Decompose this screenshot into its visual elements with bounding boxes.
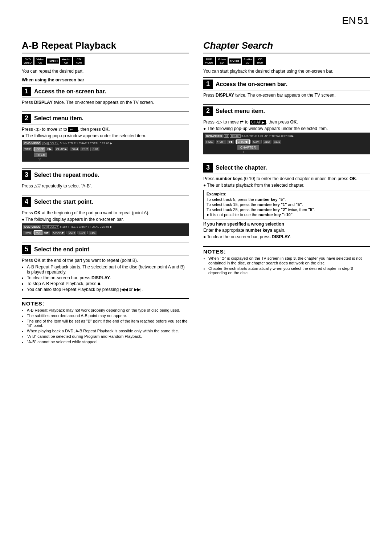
cs-onscreen-bar: DVD-VIDEO D4 DOLBY 5.1ch TITLE 1 CHAP 7 …	[203, 133, 370, 154]
ab-step-4-body: Press OK at the beginning of the part yo…	[22, 210, 189, 240]
cs-step-3-number: 3	[203, 163, 213, 173]
ab-repeat-section: A-B Repeat Playback DVDVIDEO VideoCD SVC…	[22, 40, 189, 345]
examples-title: Examples:	[207, 192, 367, 196]
chapter-search-intro: You can start playback the desired chapt…	[203, 69, 370, 74]
page-number-prefix: EN	[342, 15, 356, 26]
ab-bar2-control-row: TIME | ↩A- ⊕▶ | CHAP.▶ | ⊙2/4 | □1/3 | ⌂…	[23, 230, 187, 235]
ab-repeat-intro: You can repeat the desired part.	[22, 69, 189, 74]
ab-step-4: 4 Select the start point. Press OK at th…	[22, 195, 189, 240]
cs-step-3-title: Select the chapter.	[216, 165, 267, 171]
ab-step-1-number: 1	[22, 87, 31, 96]
ab-step-2-title: Select menu item.	[34, 115, 83, 122]
chapter-search-section: Chapter Search DVDVIDEO VideoCD SVCD Aud…	[203, 40, 370, 345]
cs-badge-audio-cd: AudioCD	[242, 57, 253, 65]
ab-step-1-header: 1 Access the on-screen bar.	[22, 85, 189, 98]
ab-step-3-body: Press △▽ repeatedly to select "A-B".	[22, 183, 189, 192]
examples-box: Examples: To select track 5, press the n…	[203, 190, 370, 219]
cs-step-3-header: 3 Select the chapter.	[203, 161, 370, 174]
cs-notes-list: When "⊙" is displayed on the TV screen i…	[203, 256, 370, 275]
page-container: EN51 A-B Repeat Playback DVDVIDEO VideoC…	[22, 15, 370, 345]
cs-step-2-body: Press ◁▷ to move ⇄ to CHAP.▶, then press…	[203, 119, 370, 158]
ab-notes-title: NOTES:	[22, 300, 189, 307]
page-number-value: 51	[358, 15, 369, 26]
cs-bar-control-row: TIME | ↩OFF ⊕▶ | CHAP.▶ | ⊙2/4 | □1/3 | …	[205, 139, 369, 145]
cs-bar-header-row: DVD-VIDEO D4 DOLBY 5.1ch TITLE 1 CHAP 7 …	[205, 133, 369, 139]
ab-step-5-body: Press OK at the end of the part you want…	[22, 258, 189, 295]
wrong-selection-title: If you have specified a wrong selection	[203, 222, 370, 227]
cs-bar-popup: CHAPTER ↕	[205, 145, 369, 154]
ab-repeat-badges: DVDVIDEO VideoCD SVCD AudioCD CDROM	[22, 57, 189, 65]
ab-bar1-popup: TITLE ▽	[23, 152, 187, 161]
ab-onscreen-bar-2: DVD-VIDEO D4 DOLBY 5.1ch TITLE 1 CHAP 7 …	[22, 223, 189, 236]
cs-step-2: 2 Select menu item. Press ◁▷ to move ⇄ t…	[203, 104, 370, 158]
badge-cd-rom: CDROM	[73, 57, 85, 65]
page-number: EN51	[342, 15, 370, 33]
chapter-search-badges: DVDVIDEO VideoCD SVCD AudioCD CDROM	[203, 57, 370, 65]
cs-badge-dvd-video: DVDVIDEO	[203, 57, 215, 65]
ab-step-2-header: 2 Select menu item.	[22, 112, 189, 125]
ab-bar1-header-row: DVD-VIDEO D4 DOLBY 5.1ch TITLE 1 CHAP 7 …	[23, 141, 187, 146]
ab-step-2: 2 Select menu item. Press ◁▷ to move ⇄ t…	[22, 112, 189, 165]
cs-badge-svcd: SVCD	[229, 58, 241, 64]
ab-notes-list: A-B Repeat Playback may not work properl…	[22, 308, 189, 344]
cs-badge-video-cd: VideoCD	[216, 57, 228, 65]
ab-bar2-header-row: DVD-VIDEO D4 DOLBY 5.1ch TITLE 1 CHAP 7 …	[23, 224, 187, 230]
cs-step-1-body: Press DISPLAY twice. The on-screen bar a…	[203, 93, 370, 101]
cs-step-1-title: Access the on-screen bar.	[216, 81, 287, 88]
ab-step-3: 3 Select the repeat mode. Press △▽ repea…	[22, 168, 189, 192]
cs-step-2-number: 2	[203, 106, 213, 116]
ab-bar1-control-row: TIME | ↩OFF ⊕▶ | CHAP.▶ | ⊙2/4 | □1/3 | …	[23, 146, 187, 152]
badge-svcd: SVCD	[47, 58, 59, 64]
cs-step-3: 3 Select the chapter. Press number keys …	[203, 161, 370, 243]
ab-step-4-title: Select the start point.	[34, 199, 93, 205]
ab-step-4-header: 4 Select the start point.	[22, 195, 189, 208]
two-column-layout: A-B Repeat Playback DVDVIDEO VideoCD SVC…	[22, 40, 370, 345]
ab-step-2-body: Press ◁▷ to move ⇄ to ↩ , then press OK.…	[22, 127, 189, 165]
ab-step-5-bullets: A-B Repeat Playback starts. The selected…	[22, 264, 189, 292]
ab-step-5-number: 5	[22, 245, 31, 254]
ab-onscreen-bar-1: DVD-VIDEO D4 DOLBY 5.1ch TITLE 1 CHAP 7 …	[22, 140, 189, 162]
ab-notes-section: NOTES: A-B Repeat Playback may not work …	[22, 298, 189, 344]
cs-step-3-body: Press number keys (0-10) to enter the de…	[203, 176, 370, 243]
cs-step-1: 1 Access the on-screen bar. Press DISPLA…	[203, 77, 370, 101]
ab-step-1: 1 Access the on-screen bar. Press DISPLA…	[22, 85, 189, 109]
cs-notes-title: NOTES:	[203, 248, 370, 255]
cs-badge-cd-rom: CDROM	[254, 57, 266, 65]
ab-step-1-body: Press DISPLAY twice. The on-screen bar a…	[22, 100, 189, 109]
ab-step-3-number: 3	[22, 170, 31, 180]
cs-step-1-number: 1	[203, 80, 213, 89]
ab-step-3-header: 3 Select the repeat mode.	[22, 169, 189, 181]
ab-repeat-title: A-B Repeat Playback	[22, 40, 189, 53]
badge-audio-cd: AudioCD	[60, 57, 72, 65]
ab-step-2-number: 2	[22, 114, 31, 123]
badge-video-cd: VideoCD	[34, 57, 46, 65]
cs-step-1-header: 1 Access the on-screen bar.	[203, 78, 370, 90]
ab-step-5: 5 Select the end point Press OK at the e…	[22, 243, 189, 295]
ab-step-5-title: Select the end point	[34, 246, 89, 253]
ab-step-5-header: 5 Select the end point	[22, 243, 189, 256]
badge-dvd-video: DVDVIDEO	[22, 57, 33, 65]
ab-repeat-when-label: When using the on-screen bar	[22, 77, 189, 82]
chapter-search-title: Chapter Search	[203, 40, 370, 53]
cs-step-2-header: 2 Select menu item.	[203, 105, 370, 117]
ab-step-1-title: Access the on-screen bar.	[34, 88, 106, 95]
cs-step-2-title: Select menu item.	[216, 108, 265, 114]
ab-step-4-number: 4	[22, 197, 31, 207]
cs-notes-section: NOTES: When "⊙" is displayed on the TV s…	[203, 246, 370, 275]
ab-step-3-title: Select the repeat mode.	[34, 172, 99, 178]
